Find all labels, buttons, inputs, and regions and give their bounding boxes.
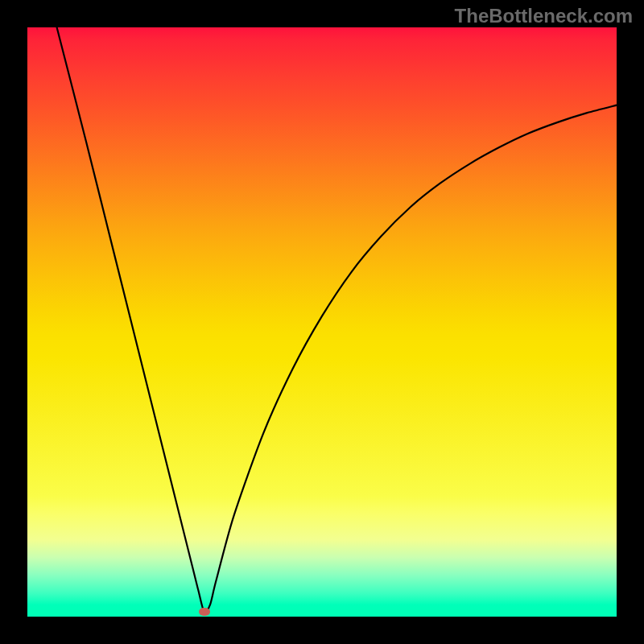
bottleneck-curve bbox=[57, 27, 617, 613]
chart-frame: TheBottleneck.com bbox=[0, 0, 644, 644]
plot-area bbox=[27, 27, 617, 617]
minimum-marker bbox=[199, 608, 210, 616]
curve-svg bbox=[27, 27, 617, 617]
watermark-text: TheBottleneck.com bbox=[455, 5, 633, 27]
